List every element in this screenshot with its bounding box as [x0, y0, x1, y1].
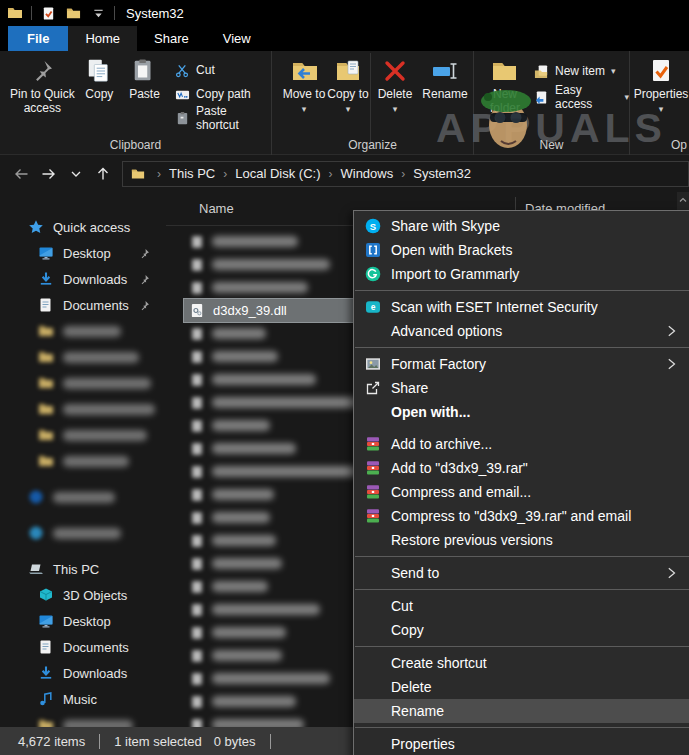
- easy-access-icon: [534, 90, 549, 105]
- download-icon: [38, 271, 54, 287]
- menu-item-restore-previous-versions[interactable]: Restore previous versions: [354, 528, 689, 552]
- menu-item-label: Share with Skype: [391, 218, 500, 234]
- new-folder-button[interactable]: New folder: [480, 51, 530, 115]
- menu-item-format-factory[interactable]: Format Factory: [354, 352, 689, 376]
- move-to-button[interactable]: Move to ▾: [282, 51, 326, 149]
- folder-icon: [38, 453, 54, 469]
- menu-item-open-with[interactable]: Open with...: [354, 400, 689, 424]
- file-icon: [190, 442, 204, 456]
- copy-path-button[interactable]: Copy path: [175, 83, 271, 105]
- ribbon-group-clipboard: Pin to Quick access Copy Paste: [0, 51, 272, 155]
- menu-item-advanced-options[interactable]: Advanced options: [354, 319, 689, 343]
- copy-button[interactable]: Copy: [77, 51, 122, 129]
- menu-item-compress-to-d3dx9-39-rar-and-email[interactable]: Compress to "d3dx9_39.rar" and email: [354, 504, 689, 528]
- app-folder-icon: [6, 3, 24, 23]
- delete-button[interactable]: Delete ▾: [371, 51, 419, 149]
- properties-button[interactable]: Properties ▾: [634, 51, 688, 114]
- menu-item-label: Compress and email...: [391, 484, 531, 500]
- menu-item-send-to[interactable]: Send to: [354, 561, 689, 585]
- cut-button[interactable]: Cut: [175, 59, 271, 81]
- blurred-file-name: [212, 558, 282, 569]
- tab-view[interactable]: View: [206, 26, 268, 51]
- tab-home[interactable]: Home: [68, 26, 137, 51]
- tab-file[interactable]: File: [8, 26, 68, 51]
- menu-item-properties[interactable]: Properties: [354, 732, 689, 755]
- sidebar-item-blurred[interactable]: [0, 318, 166, 344]
- grammarly-icon: [364, 266, 381, 283]
- menu-item-label: Open with Brackets: [391, 242, 512, 258]
- address-box[interactable]: ›This PC›Local Disk (C:)›Windows›System3…: [122, 161, 689, 187]
- breadcrumb-item[interactable]: Windows: [340, 166, 393, 181]
- up-button[interactable]: [89, 161, 116, 187]
- sidebar-item-documents[interactable]: Documents: [0, 292, 166, 318]
- pin-to-quick-access-button[interactable]: Pin to Quick access: [8, 51, 77, 129]
- sidebar-item-blurred[interactable]: [0, 448, 166, 474]
- sidebar-item-blurred[interactable]: [0, 520, 166, 546]
- breadcrumb-item[interactable]: Local Disk (C:): [235, 166, 320, 181]
- qat-properties-icon[interactable]: [39, 3, 57, 23]
- menu-item-copy[interactable]: Copy: [354, 618, 689, 642]
- menu-item-add-to-archive[interactable]: Add to archive...: [354, 432, 689, 456]
- breadcrumb-item[interactable]: System32: [413, 166, 471, 181]
- menu-item-label: Compress to "d3dx9_39.rar" and email: [391, 508, 631, 524]
- new-item-button[interactable]: New item ▾: [534, 60, 629, 82]
- svg-text:S: S: [369, 221, 375, 232]
- rename-button[interactable]: Rename: [419, 51, 471, 149]
- sidebar-item-this-pc[interactable]: This PC: [0, 556, 166, 582]
- menu-item-label: Advanced options: [391, 323, 502, 339]
- menu-item-import-to-grammarly[interactable]: Import to Grammarly: [354, 262, 689, 286]
- no-icon: [364, 404, 381, 421]
- sidebar-item-blurred[interactable]: [0, 370, 166, 396]
- ribbon-tab-row: File Home Share View: [0, 26, 689, 51]
- file-icon: [190, 465, 204, 479]
- copy-icon: [86, 58, 112, 84]
- recent-locations-button[interactable]: [62, 161, 89, 187]
- sidebar-item-blurred[interactable]: [0, 422, 166, 448]
- winrar-icon: [364, 460, 381, 477]
- menu-item-cut[interactable]: Cut: [354, 594, 689, 618]
- selection-size: 0 bytes: [214, 734, 256, 749]
- folder-icon: [38, 349, 54, 365]
- menu-item-scan-with-eset-internet-security[interactable]: eScan with ESET Internet Security: [354, 295, 689, 319]
- sidebar-item-downloads[interactable]: Downloads: [0, 660, 166, 686]
- sidebar-item-3d-objects[interactable]: 3D Objects: [0, 582, 166, 608]
- menu-item-share[interactable]: Share: [354, 376, 689, 400]
- sidebar-item-music[interactable]: Music: [0, 686, 166, 712]
- menu-item-compress-and-email[interactable]: Compress and email...: [354, 480, 689, 504]
- back-button[interactable]: [8, 161, 35, 187]
- paste-shortcut-button[interactable]: Paste shortcut: [175, 107, 271, 129]
- submenu-arrow-icon: [664, 357, 678, 371]
- qat-new-folder-icon[interactable]: [64, 3, 82, 23]
- sidebar-item-blurred[interactable]: [0, 396, 166, 422]
- sidebar-item-desktop[interactable]: Desktop: [0, 608, 166, 634]
- paste-button[interactable]: Paste: [122, 51, 167, 129]
- menu-item-create-shortcut[interactable]: Create shortcut: [354, 651, 689, 675]
- easy-access-button[interactable]: Easy access ▾: [534, 86, 629, 108]
- blurred-file-name: [212, 673, 330, 684]
- breadcrumb-item[interactable]: This PC: [169, 166, 215, 181]
- selection-count: 1 item selected: [114, 734, 201, 749]
- sidebar-item-documents[interactable]: Documents: [0, 634, 166, 660]
- menu-item-delete[interactable]: Delete: [354, 675, 689, 699]
- forward-button[interactable]: [35, 161, 62, 187]
- winrar-icon: [364, 436, 381, 453]
- qat-customize-icon[interactable]: [89, 3, 107, 23]
- file-icon: [190, 672, 204, 686]
- sidebar-item-quick-access[interactable]: Quick access: [0, 214, 166, 240]
- breadcrumb-separator: ›: [320, 167, 340, 181]
- sidebar-item-downloads[interactable]: Downloads: [0, 266, 166, 292]
- column-header-name[interactable]: Name: [199, 201, 234, 216]
- menu-item-share-with-skype[interactable]: SShare with Skype: [354, 214, 689, 238]
- sidebar-item-blurred[interactable]: [0, 344, 166, 370]
- status-divider: [270, 734, 271, 749]
- menu-item-open-with-brackets[interactable]: Open with Brackets: [354, 238, 689, 262]
- menu-item-add-to-d3dx9-39-rar[interactable]: Add to "d3dx9_39.rar": [354, 456, 689, 480]
- sidebar-item-desktop[interactable]: Desktop: [0, 240, 166, 266]
- sidebar-item-blurred[interactable]: [0, 712, 166, 727]
- sidebar-item-label: This PC: [53, 562, 99, 577]
- menu-item-label: Share: [391, 380, 428, 396]
- tab-share[interactable]: Share: [137, 26, 206, 51]
- sidebar-item-blurred[interactable]: [0, 484, 166, 510]
- menu-item-rename[interactable]: Rename: [354, 699, 689, 723]
- copy-to-button[interactable]: Copy to ▾: [326, 51, 370, 149]
